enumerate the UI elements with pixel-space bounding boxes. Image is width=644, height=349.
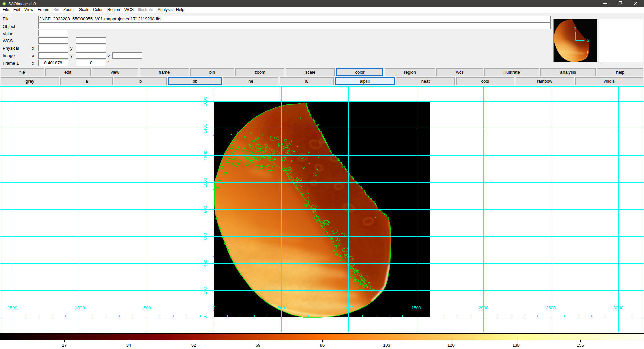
svg-text:1400: 1400 xyxy=(203,124,208,134)
svg-text:200: 200 xyxy=(203,287,208,294)
svg-text:1500: 1500 xyxy=(411,305,421,310)
svg-text:800: 800 xyxy=(203,206,208,213)
svg-text:500: 500 xyxy=(278,305,285,310)
svg-text:2500: 2500 xyxy=(546,305,556,310)
svg-text:3000: 3000 xyxy=(613,305,623,310)
svg-text:-500: -500 xyxy=(142,305,151,310)
svg-text:1600: 1600 xyxy=(203,97,208,106)
svg-text:X: X xyxy=(587,38,590,43)
svg-text:1000: 1000 xyxy=(203,178,208,187)
svg-text:1200: 1200 xyxy=(203,151,208,160)
svg-text:Y: Y xyxy=(574,26,577,31)
svg-text:1000: 1000 xyxy=(344,305,354,310)
svg-text:0: 0 xyxy=(213,305,215,310)
svg-text:0: 0 xyxy=(203,316,208,318)
svg-text:-1000: -1000 xyxy=(73,305,85,310)
svg-text:400: 400 xyxy=(203,260,208,267)
svg-text:600: 600 xyxy=(203,233,208,240)
svg-text:2000: 2000 xyxy=(479,305,488,310)
svg-text:-1500: -1500 xyxy=(6,305,17,310)
